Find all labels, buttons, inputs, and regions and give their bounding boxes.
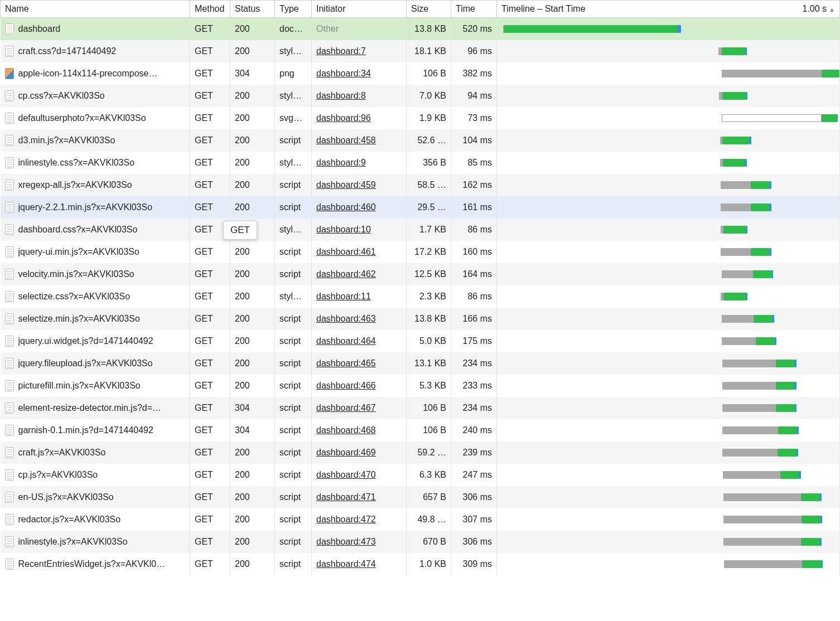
- cell-initiator[interactable]: dashboard:460: [312, 196, 407, 219]
- cell-initiator[interactable]: dashboard:96: [312, 107, 407, 129]
- cell-name[interactable]: apple-icon-114x114-precompose…: [1, 62, 190, 85]
- table-row[interactable]: jquery-ui.min.js?x=AKVKl03SoGET200script…: [1, 241, 840, 263]
- initiator-link[interactable]: dashboard:460: [316, 202, 376, 212]
- initiator-link[interactable]: dashboard:472: [316, 515, 376, 524]
- cell-initiator[interactable]: dashboard:470: [312, 464, 407, 486]
- table-row[interactable]: craft.css?d=1471440492GET200styl…dashboa…: [1, 40, 840, 62]
- initiator-link[interactable]: dashboard:462: [316, 269, 376, 279]
- cell-initiator[interactable]: dashboard:9: [312, 152, 407, 174]
- table-row[interactable]: d3.min.js?x=AKVKl03SoGET200scriptdashboa…: [1, 129, 840, 152]
- initiator-link[interactable]: dashboard:463: [316, 314, 376, 323]
- table-row[interactable]: jquery.fileupload.js?x=AKVKl03SoGET200sc…: [1, 352, 840, 375]
- cell-name[interactable]: garnish-0.1.min.js?d=1471440492: [1, 419, 190, 442]
- initiator-link[interactable]: dashboard:468: [316, 425, 376, 435]
- cell-name[interactable]: jquery-ui.min.js?x=AKVKl03So: [1, 241, 190, 263]
- cell-name[interactable]: cp.js?x=AKVKl03So: [1, 464, 190, 486]
- cell-initiator[interactable]: dashboard:458: [312, 129, 407, 152]
- cell-initiator[interactable]: dashboard:465: [312, 352, 407, 375]
- cell-name[interactable]: craft.css?d=1471440492: [1, 40, 190, 62]
- initiator-link[interactable]: dashboard:461: [316, 247, 376, 256]
- column-header-type[interactable]: Type: [275, 1, 312, 18]
- initiator-link[interactable]: dashboard:464: [316, 336, 376, 346]
- cell-initiator[interactable]: dashboard:461: [312, 241, 407, 263]
- cell-initiator[interactable]: dashboard:463: [312, 308, 407, 330]
- column-header-timeline[interactable]: Timeline – Start Time 1.00 s▲: [497, 1, 840, 18]
- cell-name[interactable]: dashboard.css?x=AKVKl03So: [1, 219, 190, 241]
- cell-name[interactable]: picturefill.min.js?x=AKVKl03So: [1, 375, 190, 397]
- initiator-link[interactable]: dashboard:10: [316, 225, 371, 234]
- table-row[interactable]: en-US.js?x=AKVKl03SoGET200scriptdashboar…: [1, 486, 840, 508]
- cell-name[interactable]: dashboard: [1, 18, 190, 41]
- cell-name[interactable]: defaultuserphoto?x=AKVKl03So: [1, 107, 190, 129]
- table-row[interactable]: dashboard.css?x=AKVKl03SoGETstyl…dashboa…: [1, 219, 840, 241]
- column-header-time[interactable]: Time: [451, 1, 497, 18]
- table-row[interactable]: velocity.min.js?x=AKVKl03SoGET200scriptd…: [1, 263, 840, 285]
- cell-initiator[interactable]: dashboard:34: [312, 62, 407, 85]
- cell-initiator[interactable]: dashboard:467: [312, 397, 407, 419]
- cell-name[interactable]: xregexp-all.js?x=AKVKl03So: [1, 174, 190, 196]
- cell-initiator[interactable]: dashboard:7: [312, 40, 407, 62]
- cell-initiator[interactable]: dashboard:473: [312, 531, 407, 553]
- cell-initiator[interactable]: dashboard:8: [312, 85, 407, 107]
- initiator-link[interactable]: dashboard:474: [316, 559, 376, 569]
- table-row[interactable]: element-resize-detector.min.js?d=…GET304…: [1, 397, 840, 419]
- cell-initiator[interactable]: dashboard:462: [312, 263, 407, 285]
- column-header-size[interactable]: Size: [407, 1, 451, 18]
- table-row[interactable]: redactor.js?x=AKVKl03SoGET200scriptdashb…: [1, 508, 840, 531]
- initiator-link[interactable]: dashboard:459: [316, 180, 376, 190]
- cell-name[interactable]: selectize.min.js?x=AKVKl03So: [1, 308, 190, 330]
- cell-name[interactable]: jquery-2.2.1.min.js?x=AKVKl03So: [1, 196, 190, 219]
- table-row[interactable]: inlinestyle.js?x=AKVKl03SoGET200scriptda…: [1, 531, 840, 553]
- initiator-link[interactable]: dashboard:11: [316, 292, 371, 301]
- initiator-link[interactable]: dashboard:467: [316, 403, 376, 413]
- initiator-link[interactable]: dashboard:8: [316, 91, 366, 100]
- table-row[interactable]: cp.js?x=AKVKl03SoGET200scriptdashboard:4…: [1, 464, 840, 486]
- cell-initiator[interactable]: dashboard:459: [312, 174, 407, 196]
- column-header-name[interactable]: Name: [1, 1, 190, 18]
- table-row[interactable]: dashboardGET200doc…Other13.8 KB520 ms: [1, 18, 840, 41]
- initiator-link[interactable]: dashboard:458: [316, 135, 376, 145]
- cell-name[interactable]: inlinestyle.css?x=AKVKl03So: [1, 152, 190, 174]
- table-row[interactable]: xregexp-all.js?x=AKVKl03SoGET200scriptda…: [1, 174, 840, 196]
- cell-name[interactable]: redactor.js?x=AKVKl03So: [1, 508, 190, 531]
- cell-name[interactable]: RecentEntriesWidget.js?x=AKVKl0…: [1, 553, 190, 575]
- table-row[interactable]: selectize.css?x=AKVKl03SoGET200styl…dash…: [1, 285, 840, 308]
- cell-initiator[interactable]: dashboard:11: [312, 285, 407, 308]
- cell-initiator[interactable]: dashboard:469: [312, 442, 407, 464]
- table-row[interactable]: picturefill.min.js?x=AKVKl03SoGET200scri…: [1, 375, 840, 397]
- initiator-link[interactable]: dashboard:470: [316, 470, 376, 479]
- cell-initiator[interactable]: dashboard:474: [312, 553, 407, 575]
- cell-name[interactable]: en-US.js?x=AKVKl03So: [1, 486, 190, 508]
- cell-initiator[interactable]: dashboard:472: [312, 508, 407, 531]
- initiator-link[interactable]: dashboard:469: [316, 448, 376, 457]
- table-row[interactable]: garnish-0.1.min.js?d=1471440492GET304scr…: [1, 419, 840, 442]
- initiator-link[interactable]: dashboard:471: [316, 492, 376, 502]
- cell-initiator[interactable]: dashboard:10: [312, 219, 407, 241]
- initiator-link[interactable]: dashboard:465: [316, 358, 376, 368]
- cell-name[interactable]: velocity.min.js?x=AKVKl03So: [1, 263, 190, 285]
- table-row[interactable]: jquery.ui.widget.js?d=1471440492GET200sc…: [1, 330, 840, 352]
- initiator-link[interactable]: dashboard:9: [316, 158, 366, 167]
- table-row[interactable]: apple-icon-114x114-precompose…GET304pngd…: [1, 62, 840, 85]
- initiator-link[interactable]: dashboard:7: [316, 46, 366, 56]
- cell-name[interactable]: selectize.css?x=AKVKl03So: [1, 285, 190, 308]
- cell-initiator[interactable]: dashboard:468: [312, 419, 407, 442]
- cell-name[interactable]: inlinestyle.js?x=AKVKl03So: [1, 531, 190, 553]
- table-row[interactable]: craft.js?x=AKVKl03SoGET200scriptdashboar…: [1, 442, 840, 464]
- cell-name[interactable]: cp.css?x=AKVKl03So: [1, 85, 190, 107]
- initiator-link[interactable]: dashboard:466: [316, 381, 376, 390]
- cell-name[interactable]: jquery.fileupload.js?x=AKVKl03So: [1, 352, 190, 375]
- initiator-link[interactable]: dashboard:96: [316, 113, 371, 123]
- cell-name[interactable]: craft.js?x=AKVKl03So: [1, 442, 190, 464]
- table-row[interactable]: RecentEntriesWidget.js?x=AKVKl0…GET200sc…: [1, 553, 840, 575]
- column-header-status[interactable]: Status: [230, 1, 275, 18]
- table-row[interactable]: jquery-2.2.1.min.js?x=AKVKl03SoGET200scr…: [1, 196, 840, 219]
- column-header-method[interactable]: Method: [190, 1, 230, 18]
- cell-initiator[interactable]: dashboard:466: [312, 375, 407, 397]
- table-row[interactable]: cp.css?x=AKVKl03SoGET200styl…dashboard:8…: [1, 85, 840, 107]
- cell-initiator[interactable]: dashboard:471: [312, 486, 407, 508]
- initiator-link[interactable]: dashboard:34: [316, 69, 371, 78]
- cell-name[interactable]: d3.min.js?x=AKVKl03So: [1, 129, 190, 152]
- table-row[interactable]: selectize.min.js?x=AKVKl03SoGET200script…: [1, 308, 840, 330]
- table-row[interactable]: inlinestyle.css?x=AKVKl03SoGET200styl…da…: [1, 152, 840, 174]
